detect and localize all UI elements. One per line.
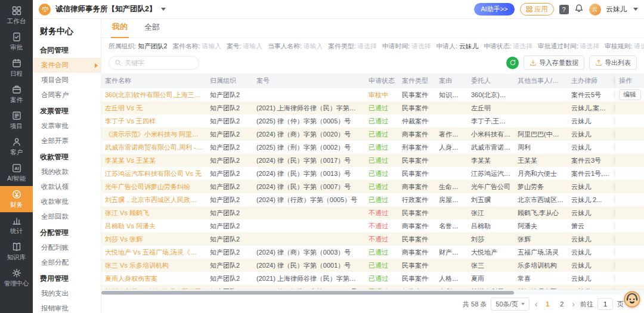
submenu-item[interactable]: 全部回款 (33, 209, 101, 224)
cell-name[interactable]: 《演示示范》小米科技与 阿里巴巴等纠... (101, 128, 206, 141)
filter-8[interactable]: 审批通过时间: 请选择 (538, 42, 599, 51)
page-button-1[interactable]: 1 (543, 300, 552, 308)
filter-7[interactable]: 申请状态: 请选择 (484, 42, 532, 51)
submenu-item[interactable]: 全部开票 (33, 134, 101, 148)
submenu-section-header[interactable]: 发票管理 (33, 103, 101, 119)
cell-name[interactable]: 刘五骥，北京市西城区人民政府房屋征... (101, 193, 206, 206)
table-row[interactable]: 大悦地产 Vs 五福广场,汤灵《重审》知产团队2(2024) 律（商）字第（00… (101, 246, 644, 259)
table-row[interactable]: 刘五骥，北京市西城区人民政府房屋征...知产团队2(2024) 律（行政）字第（… (101, 193, 644, 206)
submenu-item[interactable]: 收款审批 (33, 194, 101, 209)
prev-page-button[interactable]: ‹ (534, 299, 539, 309)
filter-4[interactable]: 案件类型: 请选择 (328, 42, 377, 51)
cell-name[interactable]: 长湖水利局 Vs 长江管理有限公司 (101, 285, 206, 289)
cell-name[interactable]: 李丁子 Vs 王四样 (101, 114, 206, 128)
submenu-item[interactable]: 分配到账 (33, 240, 101, 255)
table-row[interactable]: 武威市雷诺商贸有限公司,周利 - 人身伤害知产团队2(2025) 律（刑）字第（… (101, 141, 644, 154)
submenu-item[interactable]: 案件合同 (33, 58, 101, 73)
table-row[interactable]: 刘莎 Vs 张辉知产团队2不通过民事案件刘莎张辉云妹儿 (101, 233, 644, 246)
notification-bell-icon[interactable] (574, 4, 584, 16)
user-name[interactable]: 云妹儿 (606, 5, 627, 14)
filter-9[interactable]: 审核规则: 请选择 (605, 42, 644, 51)
tab-0[interactable]: 我的 (111, 18, 129, 38)
edit-button[interactable]: 编辑 (619, 89, 641, 100)
table-row[interactable]: 张江 Vs 顾鹤飞知产团队2不通过民事案件张江顾鹤飞,李从心云妹儿 (101, 206, 644, 219)
avatar[interactable]: 云 (589, 4, 601, 16)
filter-1[interactable]: 案件名称: 请输入 (172, 42, 221, 51)
goto-page-input[interactable] (597, 298, 613, 310)
apps-button[interactable]: 应用 (520, 3, 554, 16)
cell-name[interactable]: 大悦地产 Vs 五福广场,汤灵《重审》 (101, 246, 206, 259)
table-row[interactable]: 360(北京)软件有限公司,上海三百(集团)...知产团队2审核中民事案件知识产… (101, 88, 644, 101)
chevron-down-icon[interactable] (161, 8, 166, 11)
submenu-item[interactable]: 合同客户 (33, 88, 101, 103)
rail-item-knowledge[interactable]: 知识库 (0, 238, 33, 265)
help-icon[interactable]: ? (559, 5, 569, 14)
rail-item-customer[interactable]: 客户 (0, 134, 33, 160)
org-switcher[interactable]: 诚信律师事务所【知产团队2】 (55, 4, 156, 14)
page-button-2[interactable]: 2 (557, 300, 566, 308)
table-row[interactable]: 《演示示范》小米科技与 阿里巴巴等纠...知产团队2(2024) 律（商）字第（… (101, 128, 644, 141)
cell-name[interactable]: 360(北京)软件有限公司,上海三百(集团)... (101, 88, 206, 101)
filter-5[interactable]: 申请时间: 请选择 (382, 42, 431, 51)
rail-item-admin[interactable]: 管理中心 (0, 265, 33, 291)
chevron-down-icon[interactable] (633, 8, 638, 11)
cell-name[interactable]: 张江 Vs 顾鹤飞 (101, 206, 206, 219)
search-input[interactable] (125, 59, 193, 66)
cell-name[interactable]: 江苏鸿运汽车科技有限公司 Vs 无 (101, 167, 206, 180)
export-list-button[interactable]: 导出列表 (589, 55, 637, 70)
submenu-item[interactable]: 项目合同 (33, 73, 101, 88)
submenu-item[interactable]: 我的收款 (33, 165, 101, 179)
rail-item-ai[interactable]: AIAI智能 (0, 160, 33, 186)
scrollbar-thumb[interactable] (101, 291, 514, 295)
cell-status: 已通过 (365, 101, 398, 114)
cell-name[interactable]: 左丘明 Vs 无 (101, 101, 206, 114)
tab-1[interactable]: 全部 (143, 18, 161, 38)
submenu-item[interactable]: 我的支出 (33, 286, 101, 301)
table-row[interactable]: 吕棉勒 Vs 阿潘夫知产团队2不通过商事案件名誉权纠纷吕棉勒阿潘夫箫云 (101, 219, 644, 233)
rail-item-finance[interactable]: 财务 (0, 186, 33, 212)
table-row[interactable]: 李丁子 Vs 王四样知产团队2(2025) 律（仲）字第（0005）号已通过仲裁… (101, 114, 644, 128)
cell-name[interactable]: 武威市雷诺商贸有限公司,周利 - 人身伤害 (101, 141, 206, 154)
rail-item-approve[interactable]: 审批 (0, 29, 33, 55)
submenu-section-header[interactable]: 费用管理 (33, 270, 101, 286)
cell-name[interactable]: 光年广告公司诉萝山劳务纠纷 (101, 180, 206, 193)
filter-2[interactable]: 案号: 请输入 (227, 42, 262, 51)
filter-6[interactable]: 申请人: 云妹儿 (436, 42, 478, 51)
rail-item-stats[interactable]: 统计 (0, 212, 33, 238)
refresh-button[interactable] (506, 57, 519, 69)
next-page-button[interactable]: › (571, 299, 576, 309)
submenu-item[interactable]: 全部分配 (33, 255, 101, 270)
table-row[interactable]: 张三 Vs 乐多培训机构知产团队2(2024) 律（民）字第（0001）号已通过… (101, 259, 644, 272)
search-box[interactable] (109, 56, 199, 70)
ai-assistant-button[interactable]: AI助手>> (474, 3, 514, 16)
cell-name[interactable]: 夏雨人身权伤害案 (101, 272, 206, 285)
assistant-float-button[interactable] (623, 290, 641, 308)
cell-name[interactable]: 张三 Vs 乐多培训机构 (101, 259, 206, 272)
cell-name[interactable]: 刘莎 Vs 张辉 (101, 233, 206, 246)
submenu-item[interactable]: 收款认领 (33, 179, 101, 194)
rail-item-project[interactable]: 项目 (0, 107, 33, 134)
filter-3[interactable]: 当事人名称: 请输入 (268, 42, 323, 51)
cell-name[interactable]: 吕棉勒 Vs 阿潘夫 (101, 219, 206, 233)
cell-name[interactable]: 李某某 Vs 王某某 (101, 154, 206, 167)
submenu-section-header[interactable]: 收款管理 (33, 148, 101, 165)
table-row[interactable]: 江苏鸿运汽车科技有限公司 Vs 无知产团队2(2024) 律（民）字第（0013… (101, 167, 644, 180)
rail-item-case[interactable]: 案件 (0, 81, 33, 107)
table-row[interactable]: 左丘明 Vs 无知产团队2(2021) 上海律师谷律（民）字第（000...已通… (101, 101, 644, 114)
table-body: 360(北京)软件有限公司,上海三百(集团)...知产团队2审核中民事案件知识产… (101, 88, 644, 289)
table-row[interactable]: 光年广告公司诉萝山劳务纠纷知产团队2(2024) 律（民）字第（0007）号已通… (101, 180, 644, 193)
submenu-item[interactable]: 报销审批 (33, 301, 101, 313)
table-row[interactable]: 夏雨人身权伤害案知产团队2(2021) 上海律师谷律（民）字第（001...已通… (101, 272, 644, 285)
import-data-button[interactable]: 导入存量数据 (524, 55, 584, 70)
scales-icon (41, 5, 49, 13)
page-size-select[interactable]: 50条/页 (491, 297, 529, 311)
table-row[interactable]: 长湖水利局 Vs 长江管理有限公司知产团队2(2023) 律（行政）字第（000… (101, 285, 644, 289)
rail-item-calendar[interactable]: 日程 (0, 55, 33, 81)
rail-item-grid[interactable]: 工作台 (0, 2, 33, 29)
table-row[interactable]: 李某某 Vs 王某某知产团队2(2024) 律（民）字第（0017）号已通过民事… (101, 154, 644, 167)
submenu-section-header[interactable]: 分配管理 (33, 224, 101, 240)
horizontal-scrollbar[interactable] (101, 289, 644, 295)
filter-0[interactable]: 所属组织: 知产团队2 (109, 42, 167, 51)
submenu-section-header[interactable]: 合同管理 (33, 42, 101, 58)
submenu-item[interactable]: 发票审批 (33, 119, 101, 134)
